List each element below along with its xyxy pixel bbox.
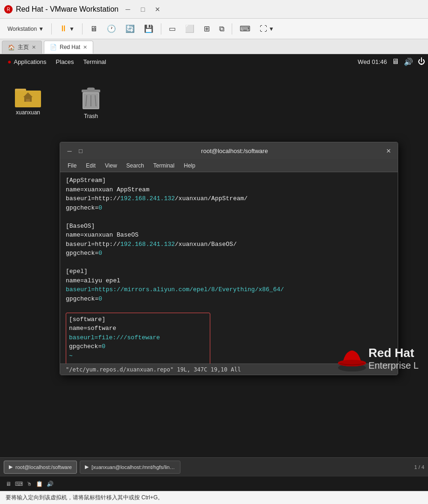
vm-icon-4: 💾: [144, 24, 153, 33]
view-icon-1: ▭: [169, 24, 176, 33]
hint-text: 要将输入定向到该虚拟机，请将鼠标指针移入其中或按 Ctrl+G。: [6, 494, 163, 502]
taskbar: ▶ root@localhost:/software ▶ [xuanxuan@l…: [0, 457, 428, 476]
terminal-menu[interactable]: Terminal: [79, 56, 111, 67]
tab-home[interactable]: 🏠 主页 ✕: [2, 41, 42, 54]
statusbar-icon-3: 🖱: [27, 481, 32, 487]
terminal2-icon: ▶: [85, 464, 89, 470]
view-button-2[interactable]: ⬜: [181, 21, 198, 36]
terminal-content: [AppStream] name=xuanxuan AppStream base…: [60, 172, 398, 364]
sound-icon: 🔊: [404, 57, 413, 66]
menubar-right: Wed 01:46 🖥 🔊 ⏻: [358, 57, 425, 66]
taskbar-item-terminal2[interactable]: ▶ [xuanxuan@localhost:/mnt/hgfs/linu...: [80, 461, 180, 474]
hintbar: 要将输入定向到该虚拟机，请将鼠标指针移入其中或按 Ctrl+G。: [0, 491, 428, 504]
view-button-3[interactable]: ⊞: [200, 21, 214, 36]
software-section: [software] name=software baseurl=file://…: [66, 313, 210, 364]
places-menu[interactable]: Places: [51, 56, 79, 67]
appstream-baseurl: baseurl=http://192.168.241.132/xuanxuan/…: [66, 194, 392, 203]
svg-rect-6: [26, 99, 30, 102]
view-button-4[interactable]: ⧉: [215, 21, 228, 36]
terminal-minimize-button[interactable]: ─: [64, 145, 75, 156]
terminal-terminal-menu[interactable]: Terminal: [150, 161, 178, 170]
statusbar-icon-5: 🔊: [47, 481, 54, 487]
vm-button-3[interactable]: 🔄: [122, 21, 138, 36]
toolbar-separator: [51, 23, 52, 35]
terminal-label: Terminal: [83, 58, 106, 65]
workstation-menu-button[interactable]: Workstation ▼: [4, 21, 48, 36]
desktop-icon-xuanxuan[interactable]: xuanxuan: [9, 83, 47, 118]
app-icon: R: [4, 5, 13, 14]
power-button[interactable]: ⏸ ▼: [55, 21, 78, 36]
toolbar-separator-3: [161, 23, 161, 35]
vm-button-4[interactable]: 💾: [140, 21, 157, 36]
tab-redhat[interactable]: 📄 Red Hat ✕: [44, 41, 93, 54]
redhat-dot-icon: ●: [7, 58, 11, 65]
toolbar: Workstation ▼ ⏸ ▼ 🖥 🕐 🔄 💾 ▭ ⬜ ⊞ ⧉ ⌨ ⛶ ▼: [0, 19, 428, 39]
statusline-text: "/etc/yum.repos.d/xuanxuan.repo" 19L, 34…: [66, 366, 241, 373]
software-header: [software]: [69, 315, 207, 324]
snapshot-icon: 🕐: [107, 24, 116, 33]
redhat-tab-icon: 📄: [50, 44, 57, 50]
desktop-icon-trash[interactable]: Trash: [72, 83, 110, 121]
maximize-button[interactable]: □: [136, 3, 149, 16]
terminal-title: root@localhost:/software: [86, 147, 383, 154]
close-button[interactable]: ✕: [151, 3, 164, 16]
appstream-name: name=xuanxuan AppStream: [66, 185, 392, 195]
baseos-gpgcheck: gpgcheck=0: [66, 249, 392, 258]
terminal-statusline: "/etc/yum.repos.d/xuanxuan.repo" 19L, 34…: [60, 364, 398, 375]
terminal-help-menu[interactable]: Help: [180, 161, 199, 170]
terminal-edit-menu[interactable]: Edit: [82, 161, 99, 170]
taskbar-item-terminal1[interactable]: ▶ root@localhost:/software: [4, 461, 77, 474]
home-tab-close[interactable]: ✕: [32, 44, 36, 50]
baseos-header: [BaseOS]: [66, 222, 392, 231]
svg-rect-10: [87, 88, 95, 91]
svg-text:R: R: [7, 7, 10, 12]
vm-button-2[interactable]: 🕐: [103, 21, 120, 36]
baseos-section: [BaseOS] name=xuanxuan BaseOS baseurl=ht…: [66, 222, 392, 258]
terminal-menubar: File Edit View Search Terminal Help: [60, 159, 398, 172]
terminal-close-button[interactable]: ✕: [383, 145, 394, 156]
redhat-tab-close[interactable]: ✕: [83, 44, 87, 50]
terminal-search-menu[interactable]: Search: [123, 161, 148, 170]
datetime-display: Wed 01:46: [358, 58, 387, 65]
applications-menu[interactable]: ● Applications: [3, 56, 51, 67]
terminal-file-menu[interactable]: File: [64, 161, 80, 170]
view-icon-2: ⬜: [185, 24, 194, 33]
epel-section: [epel] name=aliyu epel baseurl=https://m…: [66, 267, 392, 303]
xuanxuan-label: xuanxuan: [16, 109, 40, 116]
terminal-view-menu[interactable]: View: [101, 161, 121, 170]
view-icon-3: ⊞: [204, 24, 210, 33]
toolbar-separator-2: [82, 23, 83, 35]
statusbar-icon-1: 🖥: [6, 481, 11, 487]
applications-label: Applications: [14, 58, 46, 65]
software-gpgcheck: gpgcheck=0: [69, 342, 207, 351]
fullscreen-button[interactable]: ⛶ ▼: [256, 21, 278, 36]
view-icon-4: ⧉: [219, 25, 224, 33]
trash-label: Trash: [84, 113, 98, 119]
appstream-section: [AppStream] name=xuanxuan AppStream base…: [66, 176, 392, 212]
tilde-2: ~: [69, 360, 207, 364]
epel-name: name=aliyu epel: [66, 276, 392, 286]
minimize-button[interactable]: ─: [121, 3, 134, 16]
view-button-1[interactable]: ▭: [165, 21, 179, 36]
power-dropdown: ▼: [69, 26, 75, 32]
console-icon: ⌨: [240, 24, 250, 33]
appstream-header: [AppStream]: [66, 176, 392, 185]
home-tab-icon: 🏠: [8, 44, 15, 51]
terminal1-icon: ▶: [9, 464, 13, 470]
desktop: xuanxuan Trash ─ □ root@localhost:/softw…: [0, 69, 428, 386]
terminal-window: ─ □ root@localhost:/software ✕ File Edit…: [60, 142, 398, 375]
tilde-1: ~: [69, 351, 207, 361]
vm-icon-1: 🖥: [90, 25, 97, 33]
appstream-gpgcheck: gpgcheck=0: [66, 203, 392, 213]
redhat-tab-label: Red Hat: [60, 44, 80, 50]
vm-button-1[interactable]: 🖥: [86, 21, 101, 36]
console-button[interactable]: ⌨: [236, 21, 254, 36]
terminal-maximize-button[interactable]: □: [75, 145, 86, 156]
trash-icon: [80, 85, 102, 111]
power-icon: ⏸: [59, 24, 68, 34]
terminal2-label: [xuanxuan@localhost:/mnt/hgfs/linu...: [91, 464, 175, 470]
terminal1-label: root@localhost:/software: [15, 464, 72, 470]
software-name: name=software: [69, 324, 207, 333]
baseos-baseurl: baseurl=http://192.168.241.132/xuanxuan/…: [66, 240, 392, 249]
window-title: Red Hat - VMware Workstation: [16, 5, 118, 14]
